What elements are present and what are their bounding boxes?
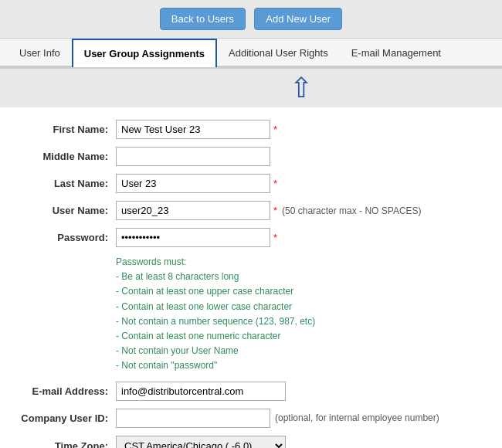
password-input[interactable] [116, 228, 270, 247]
time-zone-label: Time Zone: [15, 440, 116, 449]
middle-name-label: Middle Name: [15, 151, 116, 162]
company-user-id-note: (optional, for internal employee number) [275, 412, 439, 423]
last-name-required: * [273, 178, 277, 189]
email-label: E-mail Address: [15, 385, 116, 397]
user-name-row: User Name: * (50 character max - NO SPAC… [15, 201, 487, 220]
back-to-users-button[interactable]: Back to Users [160, 8, 246, 30]
email-row: E-mail Address: [15, 382, 487, 401]
password-label: Password: [15, 232, 116, 243]
first-name-input[interactable] [116, 120, 270, 139]
password-rule-3: - Not contain a number sequence (123, 98… [116, 314, 487, 329]
password-rule-4: - Contain at least one numeric character [116, 329, 487, 344]
tab-additional-user-rights[interactable]: Additional User Rights [217, 39, 340, 67]
company-user-id-label: Company User ID: [15, 412, 116, 424]
add-new-user-button[interactable]: Add New User [254, 8, 342, 30]
first-name-label: First Name: [15, 124, 116, 135]
company-user-id-row: Company User ID: (optional, for internal… [15, 409, 487, 428]
tab-user-info[interactable]: User Info [8, 39, 72, 67]
time-zone-select[interactable]: CST,America/Chicago ( -6.0) EST,America/… [116, 436, 286, 449]
email-input[interactable] [116, 382, 286, 401]
middle-name-input[interactable] [116, 147, 270, 166]
time-zone-row: Time Zone: CST,America/Chicago ( -6.0) E… [15, 436, 487, 449]
last-name-input[interactable] [116, 174, 270, 193]
middle-name-row: Middle Name: [15, 147, 487, 166]
form-content: First Name: * Middle Name: Last Name: * … [0, 107, 502, 448]
arrow-area: ⇧ [0, 69, 502, 107]
first-name-row: First Name: * [15, 120, 487, 139]
last-name-label: Last Name: [15, 178, 116, 189]
user-name-note: (50 character max - NO SPACES) [282, 205, 422, 216]
tabs-bar: User Info User Group Assignments Additio… [0, 39, 502, 67]
last-name-row: Last Name: * [15, 174, 487, 193]
password-rule-6: - Not contain "password" [116, 358, 487, 373]
password-rules-title: Passwords must: [116, 255, 487, 270]
top-bar: Back to Users Add New User [0, 0, 502, 39]
password-rule-0: - Be at least 8 characters long [116, 270, 487, 284]
company-user-id-input[interactable] [116, 409, 270, 428]
password-rule-2: - Contain at least one lower case charac… [116, 300, 487, 314]
tab-email-management[interactable]: E-mail Management [340, 39, 453, 67]
password-rule-5: - Not contain your User Name [116, 344, 487, 358]
password-rule-1: - Contain at least one upper case charac… [116, 284, 487, 299]
tab-user-group-assignments[interactable]: User Group Assignments [72, 39, 217, 67]
first-name-required: * [273, 124, 277, 135]
user-name-label: User Name: [15, 205, 116, 216]
user-name-input[interactable] [116, 201, 270, 220]
password-row: Password: * [15, 228, 487, 247]
up-arrow-icon: ⇧ [290, 74, 313, 102]
password-required: * [273, 232, 277, 243]
password-rules: Passwords must: - Be at least 8 characte… [116, 255, 487, 374]
user-name-required: * [273, 205, 277, 216]
